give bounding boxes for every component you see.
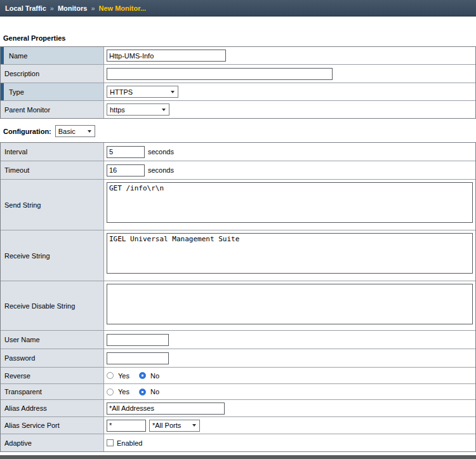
transparent-yes-radio[interactable] [107,389,114,396]
receive-string-label-cell: Receive String [1,230,104,281]
reverse-label: Reverse [4,372,30,380]
row-interval: Interval seconds [1,143,475,161]
transparent-no-radio[interactable] [139,389,146,396]
interval-value-cell: seconds [104,143,475,161]
interval-input[interactable] [107,146,145,158]
send-string-label-cell: Send String [1,180,104,230]
transparent-label-cell: Transparent [1,384,104,399]
row-timeout: Timeout seconds [1,161,475,179]
adaptive-checkbox[interactable] [107,439,114,446]
parent-monitor-label: Parent Monitor [4,106,50,114]
alias-service-port-value-cell: *All Ports [104,417,475,434]
interval-label-cell: Interval [1,143,104,161]
alias-service-port-select-value: *All Ports [152,422,181,429]
row-transparent: Transparent Yes No [1,383,475,399]
description-value-cell [104,65,475,83]
name-input[interactable] [107,50,226,62]
reverse-yes-label[interactable]: Yes [118,372,129,380]
receive-disable-string-textarea[interactable] [107,284,473,324]
breadcrumb-item-local-traffic[interactable]: Local Traffic [5,4,46,12]
receive-disable-string-label-cell: Receive Disable String [1,281,104,330]
password-value-cell [104,349,475,367]
breadcrumb-separator: » [50,4,54,12]
configuration-select[interactable]: Basic [55,125,95,137]
parent-monitor-select-value: https [110,106,125,114]
user-name-input[interactable] [107,334,169,346]
footer-bar [0,455,476,459]
parent-monitor-label-cell: Parent Monitor [1,101,104,118]
required-indicator [1,47,4,64]
name-label-cell: Name [1,47,104,64]
receive-disable-string-value-cell [104,281,475,330]
breadcrumb-item-monitors[interactable]: Monitors [58,4,87,12]
general-properties-heading: General Properties [3,34,476,42]
password-label: Password [4,354,35,362]
receive-disable-string-label: Receive Disable String [4,302,75,310]
breadcrumb-bar: Local Traffic » Monitors » New Monitor..… [0,0,476,17]
configuration-label: Configuration: [3,128,51,135]
adaptive-label: Adaptive [4,439,32,447]
reverse-no-label[interactable]: No [150,372,159,380]
general-properties-table: Name Description Type HTTPS Parent Monit… [0,46,476,119]
row-user-name: User Name [1,330,475,349]
timeout-value-cell: seconds [104,161,475,179]
row-alias-address: Alias Address [1,399,475,416]
adaptive-label-cell: Adaptive [1,434,104,451]
name-value-cell [104,47,475,64]
send-string-textarea[interactable]: GET /info\r\n [107,182,473,223]
row-description: Description [1,64,475,83]
reverse-yes-radio[interactable] [107,372,114,379]
reverse-label-cell: Reverse [1,368,104,383]
adaptive-enabled-label[interactable]: Enabled [117,439,142,447]
description-input[interactable] [107,68,333,80]
configuration-table: Interval seconds Timeout seconds Send St… [0,142,476,452]
user-name-label-cell: User Name [1,331,104,349]
send-string-value-cell: GET /info\r\n [104,180,475,230]
type-select[interactable]: HTTPS [107,86,178,98]
dropdown-arrow-icon [88,130,91,133]
user-name-value-cell [104,331,475,349]
timeout-unit-label: seconds [148,166,174,174]
alias-service-port-label-cell: Alias Service Port [1,417,104,434]
timeout-label: Timeout [4,166,29,174]
alias-address-value-cell [104,400,475,416]
type-select-value: HTTPS [110,88,133,96]
alias-service-port-input[interactable] [107,420,146,432]
description-label-cell: Description [1,65,104,83]
password-label-cell: Password [1,349,104,367]
configuration-line: Configuration: Basic [3,125,476,137]
row-adaptive: Adaptive Enabled [1,434,475,451]
interval-unit-label: seconds [148,148,174,156]
configuration-select-value: Basic [58,128,76,135]
alias-address-label: Alias Address [4,404,47,412]
transparent-no-label[interactable]: No [150,388,159,396]
transparent-value-cell: Yes No [104,384,475,399]
row-alias-service-port: Alias Service Port *All Ports [1,416,475,434]
transparent-label: Transparent [4,388,42,396]
row-password: Password [1,349,475,367]
receive-string-textarea[interactable]: IGEL Universal Management Suite [107,233,473,274]
type-label: Type [9,88,24,96]
row-name: Name [1,47,475,64]
send-string-label: Send String [4,201,41,209]
timeout-label-cell: Timeout [1,161,104,179]
description-label: Description [4,70,39,77]
interval-label: Interval [4,148,27,156]
receive-string-label: Receive String [4,252,50,260]
alias-service-port-label: Alias Service Port [4,422,60,429]
row-receive-disable-string: Receive Disable String [1,281,475,330]
reverse-no-radio[interactable] [139,372,146,379]
dropdown-arrow-icon [162,109,166,111]
alias-address-input[interactable] [107,402,225,415]
user-name-label: User Name [4,336,40,343]
password-input[interactable] [107,352,169,364]
adaptive-value-cell: Enabled [104,434,475,451]
row-parent-monitor: Parent Monitor https [1,100,475,118]
dropdown-arrow-icon [192,424,196,427]
breadcrumb-separator: » [91,4,95,12]
timeout-input[interactable] [107,164,145,176]
row-type: Type HTTPS [1,83,475,100]
alias-service-port-select[interactable]: *All Ports [149,420,200,432]
parent-monitor-select[interactable]: https [107,103,169,116]
transparent-yes-label[interactable]: Yes [118,388,129,396]
